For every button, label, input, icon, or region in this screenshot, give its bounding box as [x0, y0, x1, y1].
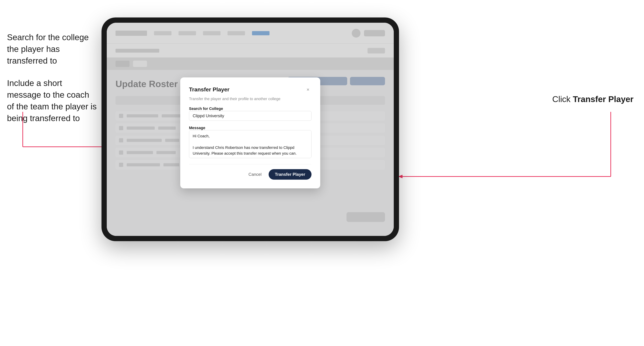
modal-close-button[interactable]: × — [304, 86, 312, 93]
modal-footer: Cancel Transfer Player — [189, 169, 312, 180]
search-college-input[interactable] — [189, 111, 312, 121]
right-annotation-prefix: Click — [552, 95, 573, 104]
cancel-button[interactable]: Cancel — [245, 170, 265, 179]
modal-subtitle: Transfer the player and their profile to… — [189, 97, 312, 101]
search-college-label: Search for College — [189, 106, 223, 111]
transfer-player-modal: Transfer Player × Transfer the player an… — [180, 77, 320, 188]
tablet-screen: Update Roster — [107, 23, 394, 236]
right-annotation: Click Transfer Player — [552, 94, 634, 104]
annotation-text-1: Search for the college the player has tr… — [7, 31, 98, 67]
modal-overlay: Transfer Player × Transfer the player an… — [107, 23, 394, 236]
left-annotation: Search for the college the player has tr… — [7, 31, 98, 135]
message-label: Message — [189, 126, 205, 130]
modal-divider — [189, 164, 312, 164]
modal-title: Transfer Player — [189, 86, 230, 93]
tablet-device: Update Roster — [102, 17, 399, 241]
right-annotation-bold: Transfer Player — [573, 95, 634, 104]
message-textarea[interactable]: Hi Coach, I understand Chris Robertson h… — [189, 130, 312, 158]
transfer-player-button[interactable]: Transfer Player — [268, 169, 312, 180]
modal-header: Transfer Player × — [189, 86, 312, 93]
annotation-text-2: Include a short message to the coach of … — [7, 77, 98, 124]
